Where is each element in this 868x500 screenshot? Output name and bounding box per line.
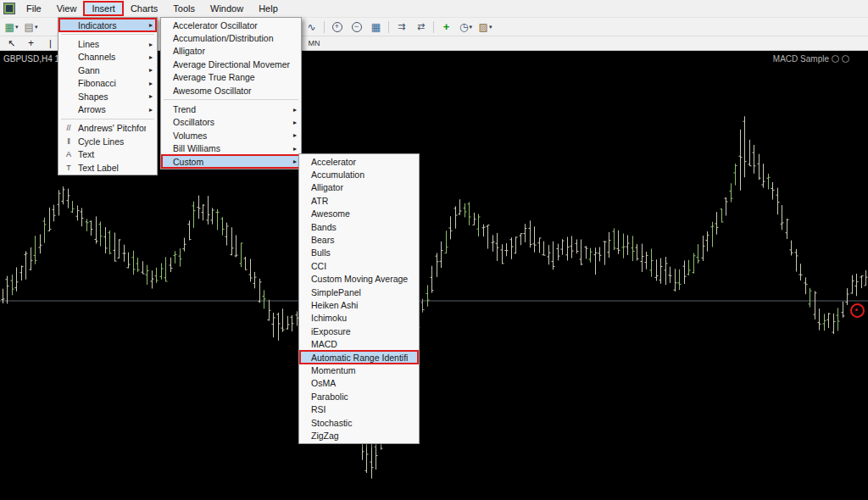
dropdown-arrow-icon: ▾ [489,24,492,31]
submenu-arrow-icon: ▸ [290,119,300,126]
menu-item-rsi[interactable]: RSI [300,403,418,415]
menu-item-bulls[interactable]: Bulls [300,247,418,259]
menu-item-text[interactable]: AText [59,148,156,161]
menu-item-label: Trend [173,104,290,114]
toolbar-button-tile-windows[interactable] [366,19,386,35]
menu-item-oscillators[interactable]: Oscillators▸ [162,116,300,129]
menu-item-average-directional-movement-index[interactable]: Average Directional Movement Index [162,58,300,70]
toolbar-button-templates[interactable]: ▾ [476,19,495,35]
toolbar-separator [324,21,325,33]
menu-item-accelerator-oscillator[interactable]: Accelerator Oscillator [162,19,300,31]
menu-item-gann[interactable]: Gann▸ [59,64,156,76]
menu-item-label: Average True Range [173,72,290,82]
menu-item-label: OsMA [311,378,408,388]
menu-item-bill-williams[interactable]: Bill Williams▸ [162,142,300,155]
menubar-items: FileViewInsertChartsToolsWindowHelp [19,0,286,17]
menubar-item-tools[interactable]: Tools [165,2,203,15]
menu-item-label: Stochastic [311,418,408,428]
toolbar-button-crosshair[interactable] [21,36,41,52]
dropdown-arrow-icon: ▾ [15,24,19,31]
tile-windows-icon [371,22,381,32]
menu-item-shapes[interactable]: Shapes▸ [59,90,156,103]
menubar-item-insert[interactable]: Insert [84,2,123,15]
menu-item-trend[interactable]: Trend▸ [162,103,300,115]
templates-icon [479,22,488,32]
menu-item-ichimoku[interactable]: Ichimoku [300,312,418,325]
toolbar-button-period-mn[interactable]: MN [304,36,324,52]
menu-item-awesome[interactable]: Awesome [300,208,418,220]
menu-item-channels[interactable]: Channels▸ [59,51,156,64]
menu-item-label: Indicators [78,20,146,31]
menu-item-arrows[interactable]: Arrows▸ [59,103,156,115]
menu-item-custom[interactable]: Custom▸ [162,155,300,168]
menu-item-accumulation-distribution[interactable]: Accumulation/Distribution [162,31,300,44]
menubar-item-file[interactable]: File [19,2,49,15]
menu-item-label: Heiken Ashi [311,300,408,310]
menu-item-parabolic[interactable]: Parabolic [300,390,418,403]
toolbar-button-zoom-out[interactable] [347,19,366,35]
menu-item-label: Shapes [78,92,146,102]
dropdown-arrow-icon: ▾ [469,24,472,31]
menu-item-text-label[interactable]: TText Label [59,161,156,174]
menu-item-label: MACD [311,339,408,349]
menu-item-accelerator[interactable]: Accelerator [300,155,418,168]
menu-item-automatic-range-identifier[interactable]: Automatic Range Identifier [300,351,418,364]
toolbar-button-new-chart[interactable]: ▾ [2,19,21,35]
submenu-arrow-icon: ▸ [146,21,156,29]
menubar-item-window[interactable]: Window [203,2,251,15]
menu-item-label: Fibonacci [78,78,146,88]
menu-item-alligator[interactable]: Alligator [300,181,418,194]
new-chart-icon [5,22,14,32]
toolbar-button-line-chart[interactable] [302,19,321,35]
custom-submenu: AcceleratorAccumulationAlligatorATRAweso… [298,153,420,444]
menu-item-atr[interactable]: ATR [300,194,418,207]
menu-item-cci[interactable]: CCI [300,259,418,272]
menu-item-iexposure[interactable]: iExposure [300,325,418,337]
menu-item-osma[interactable]: OsMA [300,377,418,390]
menu-item-simplepanel[interactable]: SimplePanel [300,286,418,298]
menu-item-andrews-pitchfork[interactable]: //Andrews' Pitchfork [59,122,156,135]
chart-indicator-label: MACD Sample [773,54,849,64]
menu-item-label: Andrews' Pitchfork [78,123,146,133]
menubar-item-help[interactable]: Help [251,2,286,15]
toolbar-button-chart-shift[interactable] [411,19,431,35]
menu-item-zigzag[interactable]: ZigZag [300,429,418,442]
menu-item-indicators[interactable]: Indicators▸ [59,19,156,31]
line-chart-icon [307,22,315,32]
menu-item-label: Automatic Range Identifier [311,353,408,363]
menubar-item-charts[interactable]: Charts [123,2,165,15]
menubar-item-view[interactable]: View [49,2,85,15]
menu-item-heiken-ashi[interactable]: Heiken Ashi [300,298,418,311]
toolbar-button-zoom-in[interactable] [327,19,347,35]
indicator-info-icon[interactable] [842,55,849,63]
menu-item-lines[interactable]: Lines▸ [59,37,156,50]
submenu-arrow-icon: ▸ [146,92,156,100]
menu-item-alligator[interactable]: Alligator [162,45,300,58]
menu-item-accumulation[interactable]: Accumulation [300,168,418,181]
toolbar-button-cursor[interactable] [2,36,21,52]
menu-item-volumes[interactable]: Volumes▸ [162,129,300,142]
zoom-out-icon [352,22,362,32]
menu-item-cycle-lines[interactable]: ‖Cycle Lines [59,135,156,147]
menu-item-fibonacci[interactable]: Fibonacci▸ [59,77,156,90]
menu-item-custom-moving-averages[interactable]: Custom Moving Averages [300,273,418,286]
menu-item-bands[interactable]: Bands [300,220,418,233]
menu-item-awesome-oscillator[interactable]: Awesome Oscillator [162,84,300,97]
menu-item-label: Custom Moving Averages [311,274,408,284]
toolbar-button-indicators-list[interactable] [437,19,456,35]
menu-item-bears[interactable]: Bears [300,233,418,246]
toolbar-button-profiles[interactable]: ▾ [21,19,41,35]
menu-item-stochastic[interactable]: Stochastic [300,416,418,429]
menu-item-label: Custom [173,157,290,167]
toolbar-button-periods[interactable]: ▾ [456,19,476,35]
menu-item-momentum[interactable]: Momentum [300,364,418,376]
app-icon [3,3,15,14]
menu-item-label: Bands [311,222,408,232]
indicator-settings-icon[interactable] [832,55,839,63]
menu-item-macd[interactable]: MACD [300,337,418,350]
toolbar-button-auto-scroll[interactable] [392,19,411,35]
submenu-arrow-icon: ▸ [290,145,300,153]
insert-menu: Indicators▸Lines▸Channels▸Gann▸Fibonacci… [58,17,158,175]
menu-item-average-true-range[interactable]: Average True Range [162,71,300,84]
submenu-arrow-icon: ▸ [146,80,156,87]
